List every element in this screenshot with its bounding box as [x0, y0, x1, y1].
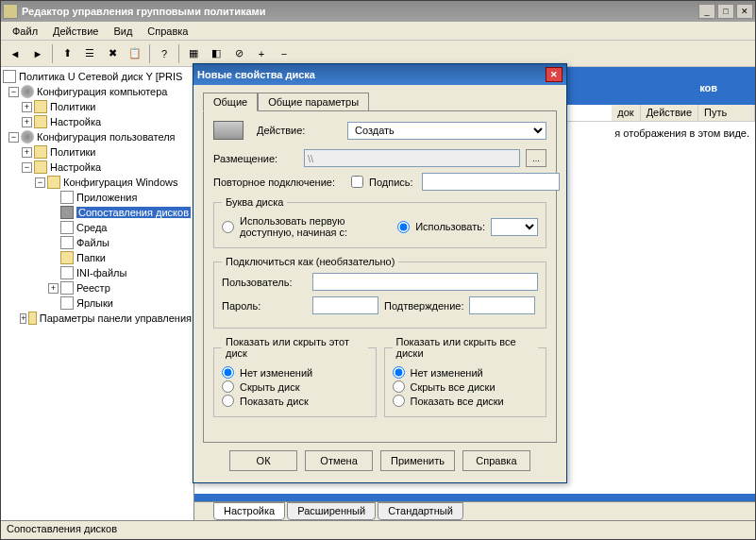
expander-icon[interactable]: +: [22, 117, 32, 127]
browse-button[interactable]: ...: [526, 149, 546, 167]
use-first-radio[interactable]: [222, 221, 234, 233]
env-icon: [60, 221, 74, 234]
maximize-button[interactable]: □: [717, 4, 734, 19]
ini-icon: [60, 266, 74, 279]
tree-shortcuts[interactable]: Ярлыки: [3, 295, 192, 311]
user-input[interactable]: [312, 273, 538, 291]
tab-common[interactable]: Общие параметры: [258, 93, 369, 110]
tree-drive-maps[interactable]: Сопоставления дисков: [3, 205, 192, 220]
stop-button[interactable]: ⊘: [228, 43, 249, 64]
tree-comp-config[interactable]: − Конфигурация компьютера: [3, 84, 192, 99]
tree-user-settings[interactable]: − Настройка: [3, 160, 192, 175]
drive-letter-select[interactable]: [491, 218, 538, 236]
menu-help[interactable]: Справка: [140, 24, 195, 39]
tree-user-policies[interactable]: + Политики: [3, 144, 192, 160]
apply-button[interactable]: Применить: [380, 450, 455, 471]
tool-1[interactable]: ▦: [183, 43, 204, 64]
expander-icon[interactable]: −: [35, 177, 45, 188]
folder-icon: [34, 145, 47, 159]
folder-icon: [34, 160, 47, 174]
main-title: Редактор управления групповыми политикам…: [22, 6, 698, 17]
back-button[interactable]: ◄: [5, 43, 25, 64]
tree-env[interactable]: Среда: [3, 220, 192, 235]
tree-apps[interactable]: Приложения: [3, 190, 192, 205]
col-order[interactable]: док: [612, 105, 640, 121]
expander-icon[interactable]: +: [20, 313, 26, 324]
pass-label: Пароль:: [222, 300, 307, 312]
pass-input[interactable]: [312, 296, 378, 314]
hide-this-legend: Показать или скрыть этот диск: [222, 336, 368, 359]
label-input[interactable]: [422, 173, 560, 191]
tab-standard[interactable]: Стандартный: [378, 502, 463, 520]
tab-setup[interactable]: Настройка: [213, 502, 285, 520]
dialog-tabs: Общие Общие параметры: [203, 93, 557, 110]
options-button[interactable]: ☰: [79, 43, 100, 64]
help-button[interactable]: ?: [154, 43, 175, 64]
delete-button[interactable]: ✖: [102, 43, 123, 64]
connect-as-legend: Подключиться как (необязательно): [222, 256, 398, 267]
action-select[interactable]: Создать: [347, 122, 546, 140]
col-path[interactable]: Путь: [698, 105, 755, 121]
expander-icon[interactable]: −: [22, 162, 32, 173]
user-icon: [21, 130, 34, 143]
drive-letter-legend: Буква диска: [222, 196, 287, 208]
menu-file[interactable]: Файл: [5, 24, 45, 39]
cancel-button[interactable]: Отмена: [305, 450, 373, 471]
hide-all-radio[interactable]: [393, 380, 405, 393]
tool-3[interactable]: +: [251, 43, 272, 64]
tab-general[interactable]: Общие: [203, 93, 258, 111]
dialog-titlebar[interactable]: Новые свойства диска ✕: [193, 64, 566, 85]
location-input[interactable]: [304, 149, 520, 167]
reconnect-checkbox[interactable]: [351, 176, 363, 188]
no-change-this-radio[interactable]: [222, 366, 234, 379]
tree-comp-policies[interactable]: + Политики: [3, 99, 192, 114]
col-action[interactable]: Действие: [641, 105, 698, 121]
computer-icon: [21, 85, 34, 98]
help-button[interactable]: Справка: [462, 450, 530, 471]
tree-cpanel[interactable]: + Параметры панели управления: [3, 311, 192, 326]
menu-view[interactable]: Вид: [106, 24, 140, 39]
dialog-buttons: ОК Отмена Применить Справка: [203, 443, 557, 475]
menu-action[interactable]: Действие: [45, 24, 106, 39]
tree-folders[interactable]: Папки: [3, 250, 192, 265]
properties-button[interactable]: 📋: [125, 43, 145, 64]
expander-icon[interactable]: −: [8, 87, 19, 97]
hide-this-radio[interactable]: [222, 380, 234, 393]
confirm-input[interactable]: [469, 296, 535, 314]
files-icon: [60, 236, 74, 249]
no-change-all-radio[interactable]: [393, 366, 405, 379]
app-icon: [3, 4, 18, 19]
tree-registry[interactable]: + Реестр: [3, 280, 192, 295]
tree-win-config[interactable]: − Конфигурация Windows: [3, 175, 192, 190]
tab-extended[interactable]: Расширенный: [287, 502, 376, 520]
tab-panel-general: Действие: Создать Размещение: ... Повтор…: [203, 110, 557, 443]
show-all-radio[interactable]: [393, 395, 405, 407]
minimize-button[interactable]: _: [698, 4, 715, 19]
use-letter-radio[interactable]: [397, 221, 410, 233]
tree-root[interactable]: Политика U Сетевой диск Y [PRIS: [3, 69, 192, 84]
expander-icon[interactable]: −: [8, 132, 19, 143]
up-button[interactable]: ⬆: [57, 43, 77, 64]
use-letter-label: Использовать:: [415, 221, 485, 232]
app-icon: [60, 191, 74, 204]
drive-icon: [60, 206, 74, 219]
location-label: Размещение:: [213, 153, 298, 164]
show-this-radio[interactable]: [222, 395, 234, 407]
dialog-close-button[interactable]: ✕: [546, 67, 563, 82]
label-label: Подпись:: [369, 177, 416, 188]
expander-icon[interactable]: +: [48, 283, 59, 294]
tool-2[interactable]: ◧: [206, 43, 227, 64]
ok-button[interactable]: ОК: [229, 450, 297, 471]
tree-files[interactable]: Файлы: [3, 235, 192, 250]
close-button[interactable]: ✕: [736, 4, 753, 19]
tool-4[interactable]: −: [274, 43, 294, 64]
tree-comp-settings[interactable]: + Настройка: [3, 114, 192, 129]
dialog-title: Новые свойства диска: [197, 69, 546, 80]
hide-all-fieldset: Показать или скрыть все диски Нет измене…: [384, 336, 547, 417]
tree-user-config[interactable]: − Конфигурация пользователя: [3, 129, 192, 144]
forward-button[interactable]: ►: [27, 43, 48, 64]
tree-panel[interactable]: Политика U Сетевой диск Y [PRIS − Конфиг…: [1, 67, 194, 520]
expander-icon[interactable]: +: [22, 102, 32, 112]
expander-icon[interactable]: +: [22, 147, 32, 158]
tree-ini[interactable]: INI-файлы: [3, 265, 192, 280]
